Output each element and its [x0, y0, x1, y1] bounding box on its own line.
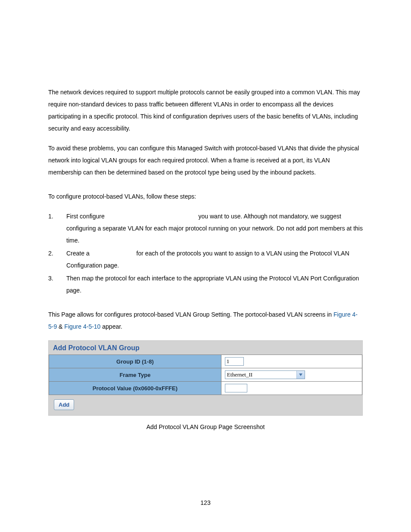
figure-intro-a: This Page allows for configures protocol…	[48, 311, 333, 318]
page-number: 123	[0, 499, 411, 506]
step-1-text-a: First configure	[66, 213, 106, 220]
step-2-blank	[91, 250, 135, 257]
figure-intro-b: appear.	[100, 323, 122, 330]
steps-intro: To configure protocol-based VLANs, follo…	[48, 190, 363, 202]
step-2-text-a: Create a	[66, 250, 91, 257]
group-id-label: Group ID (1-8)	[49, 355, 221, 368]
frame-type-cell: Ethernet_II	[221, 368, 362, 382]
figure-link-2[interactable]: Figure 4-5-10	[64, 323, 100, 330]
steps-list: First configure you want to use. Althoug…	[48, 210, 363, 296]
config-table: Group ID (1-8) Frame Type Ethernet_II	[49, 355, 362, 395]
intro-paragraph-1: The network devices required to support …	[48, 86, 363, 134]
step-2: Create a for each of the protocols you w…	[48, 247, 363, 271]
add-protocol-vlan-panel: Add Protocol VLAN Group Group ID (1-8) F…	[48, 340, 363, 416]
protocol-value-cell	[221, 382, 362, 395]
step-3: Then map the protocol for each interface…	[48, 272, 363, 296]
group-id-input[interactable]	[225, 357, 244, 366]
figure-intro-mid: &	[57, 323, 64, 330]
figure-intro: This Page allows for configures protocol…	[48, 308, 363, 333]
step-1: First configure you want to use. Althoug…	[48, 210, 363, 246]
protocol-value-label: Protocol Value (0x0600-0xFFFE)	[49, 382, 221, 395]
chevron-down-icon[interactable]	[296, 371, 305, 379]
frame-type-label: Frame Type	[49, 368, 221, 382]
step-1-blank	[106, 213, 197, 220]
add-button[interactable]: Add	[54, 399, 74, 410]
screenshot-caption: Add Protocol VLAN Group Page Screenshot	[48, 423, 363, 430]
intro-paragraph-2: To avoid these problems, you can configu…	[48, 142, 363, 178]
frame-type-value: Ethernet_II	[225, 371, 296, 379]
protocol-value-input[interactable]	[225, 384, 247, 392]
group-id-cell	[221, 355, 362, 368]
frame-type-select[interactable]: Ethernet_II	[225, 370, 305, 379]
panel-title: Add Protocol VLAN Group	[49, 341, 362, 355]
